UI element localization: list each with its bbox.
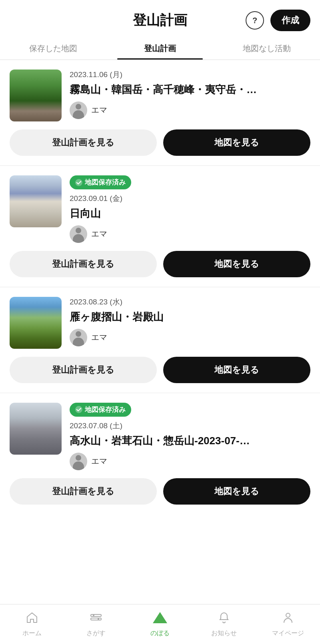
view-map-button[interactable]: 地図を見る xyxy=(163,357,310,383)
card-user: エマ xyxy=(70,225,310,243)
search-icon xyxy=(90,611,102,627)
tab-saved-maps[interactable]: 保存した地図 xyxy=(0,36,107,60)
svg-point-0 xyxy=(75,179,82,186)
tab-bar: 保存した地図 登山計画 地図なし活動 xyxy=(0,36,320,60)
user-name: エマ xyxy=(91,332,107,343)
view-map-button[interactable]: 地図を見る xyxy=(163,129,310,156)
avatar xyxy=(70,453,87,470)
nav-label-noboru: のぼる xyxy=(150,629,170,638)
svg-point-4 xyxy=(93,614,94,616)
user-name: エマ xyxy=(91,229,107,239)
check-icon xyxy=(75,406,82,413)
card-buttons: 登山計画を見る 地図を見る xyxy=(10,357,310,383)
view-map-button[interactable]: 地図を見る xyxy=(163,251,310,277)
nav-item-home[interactable]: ホーム xyxy=(0,604,64,644)
card-info: 2023.08.23 (水) 雁ヶ腹摺山・岩殿山 エマ xyxy=(70,297,310,349)
avatar xyxy=(70,329,87,346)
card-user: エマ xyxy=(70,329,310,346)
card-date: 2023.09.01 (金) xyxy=(70,193,310,204)
card-user: エマ xyxy=(70,101,310,119)
view-plan-button[interactable]: 登山計画を見る xyxy=(10,357,157,383)
view-plan-button[interactable]: 登山計画を見る xyxy=(10,478,157,505)
card-image xyxy=(10,70,62,121)
nav-item-search[interactable]: さがす xyxy=(64,604,128,644)
home-icon xyxy=(26,611,38,627)
card-buttons: 登山計画を見る 地図を見る xyxy=(10,251,310,277)
card-title: 高水山・岩茸石山・惣岳山-2023-07-… xyxy=(70,434,310,448)
bell-icon xyxy=(218,611,230,627)
user-name: エマ xyxy=(91,105,107,115)
person-icon xyxy=(282,611,294,627)
svg-point-7 xyxy=(286,613,290,617)
nav-item-mypage[interactable]: マイページ xyxy=(256,604,320,644)
avatar xyxy=(70,101,87,119)
bottom-nav: ホーム さがす のぼる お知らせ xyxy=(0,604,320,644)
help-button[interactable]: ? xyxy=(246,11,264,30)
view-plan-button[interactable]: 登山計画を見る xyxy=(10,129,157,156)
card-image xyxy=(10,175,62,227)
svg-rect-3 xyxy=(91,618,101,620)
card-date: 2023.08.23 (水) xyxy=(70,297,310,307)
nav-label-mypage: マイページ xyxy=(272,629,304,638)
card-date: 2023.11.06 (月) xyxy=(70,70,310,80)
card-image xyxy=(10,403,62,455)
page-title: 登山計画 xyxy=(133,11,187,30)
card-info: 地図保存済み 2023.07.08 (土) 高水山・岩茸石山・惣岳山-2023-… xyxy=(70,403,310,470)
svg-point-1 xyxy=(75,406,82,413)
nav-label-home: ホーム xyxy=(22,629,42,638)
list-item: 2023.08.23 (水) 雁ヶ腹摺山・岩殿山 エマ 登山計画を見る 地図を見… xyxy=(0,287,320,393)
mountain-icon xyxy=(153,611,167,627)
list-item: 2023.11.06 (月) 霧島山・韓国岳・高千穂峰・夷守岳・… エマ 登山計… xyxy=(0,60,320,166)
nav-label-search: さがす xyxy=(86,629,106,638)
view-map-button[interactable]: 地図を見る xyxy=(163,478,310,505)
tab-climbing-plan[interactable]: 登山計画 xyxy=(107,36,214,60)
svg-rect-2 xyxy=(91,614,101,616)
header-actions: ? 作成 xyxy=(246,10,310,31)
list-item: 地図保存済み 2023.07.08 (土) 高水山・岩茸石山・惣岳山-2023-… xyxy=(0,393,320,514)
svg-point-5 xyxy=(98,618,99,620)
svg-marker-6 xyxy=(153,612,167,623)
view-plan-button[interactable]: 登山計画を見る xyxy=(10,251,157,277)
tab-no-map[interactable]: 地図なし活動 xyxy=(213,36,320,60)
card-title: 霧島山・韓国岳・高千穂峰・夷守岳・… xyxy=(70,83,310,97)
check-icon xyxy=(75,179,82,186)
card-title: 雁ヶ腹摺山・岩殿山 xyxy=(70,310,310,324)
nav-item-notifications[interactable]: お知らせ xyxy=(192,604,256,644)
card-image xyxy=(10,297,62,349)
card-info: 地図保存済み 2023.09.01 (金) 日向山 エマ xyxy=(70,175,310,243)
list-item: 地図保存済み 2023.09.01 (金) 日向山 エマ 登山計画を見る 地図を… xyxy=(0,166,320,287)
map-saved-badge: 地図保存済み xyxy=(70,403,131,417)
card-date: 2023.07.08 (土) xyxy=(70,421,310,431)
card-info: 2023.11.06 (月) 霧島山・韓国岳・高千穂峰・夷守岳・… エマ xyxy=(70,70,310,121)
nav-label-notifications: お知らせ xyxy=(211,629,237,638)
card-buttons: 登山計画を見る 地図を見る xyxy=(10,129,310,156)
card-title: 日向山 xyxy=(70,207,310,221)
user-name: エマ xyxy=(91,456,107,467)
header: 登山計画 ? 作成 xyxy=(0,0,320,36)
card-buttons: 登山計画を見る 地図を見る xyxy=(10,478,310,505)
main-content: 2023.11.06 (月) 霧島山・韓国岳・高千穂峰・夷守岳・… エマ 登山計… xyxy=(0,60,320,554)
avatar xyxy=(70,225,87,243)
card-user: エマ xyxy=(70,453,310,470)
create-button[interactable]: 作成 xyxy=(270,10,310,31)
nav-item-noboru[interactable]: のぼる xyxy=(128,604,192,644)
map-saved-badge: 地図保存済み xyxy=(70,175,131,189)
